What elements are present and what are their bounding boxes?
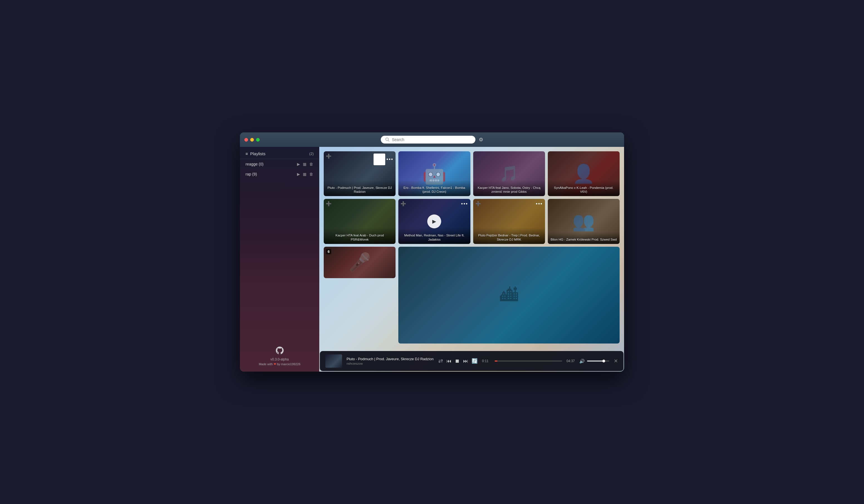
settings-button[interactable]: ⚙ <box>479 137 483 143</box>
np-prev-button[interactable]: ⏮ <box>446 358 452 364</box>
video-card-5[interactable]: ➕ Kacper HTA feat Arab - Duch prod PSR&W… <box>324 199 396 244</box>
main-view: ➕ ••• Pluto - Podmuch | Prod. Javeure, S… <box>319 147 624 372</box>
playlist-name-rap: rap (9) <box>245 172 295 176</box>
sidebar-footer: v0.3.0-alpha Made with ❤ by marcio199226 <box>240 341 319 372</box>
np-progress-container: 0:11 04:37 <box>482 359 575 363</box>
video-title-1: Pluto - Podmuch | Prod. Javeure, Skrecze… <box>326 186 393 194</box>
np-info: Pluto - Podmuch | Prod. Javeure, Skrecze… <box>347 357 434 366</box>
search-icon <box>385 137 390 142</box>
volume-icon: 🔊 <box>579 358 585 364</box>
np-stop-button[interactable]: ⏹ <box>455 358 460 364</box>
np-volume-knob <box>602 360 605 362</box>
video-menu-btn-6[interactable]: ••• <box>461 201 468 207</box>
video-card-10-art: 🏙 <box>398 247 620 344</box>
video-card-5-overlay: Kacper HTA feat Arab - Duch prod PSR&Wor… <box>324 228 396 244</box>
video-card-9-art: 🎤 <box>324 247 396 278</box>
close-button[interactable] <box>244 138 248 142</box>
video-thumb-preview-1 <box>374 153 385 165</box>
sidebar-playlists-title: ≡ Playlists <box>245 151 266 156</box>
video-title-4: SynAlkaPono x K-Leah - Pondemia (prod. V… <box>551 186 617 194</box>
np-progress-fill <box>495 360 497 361</box>
np-current-time: 0:11 <box>482 359 492 363</box>
video-card-4-overlay: SynAlkaPono x K-Leah - Pondemia (prod. V… <box>548 180 620 196</box>
video-title-3: Kacper HTA feat Jano, Sobota, Ostry - Ch… <box>476 186 542 194</box>
np-total-time: 04:37 <box>565 359 575 363</box>
playlist-list-icon: ≡ <box>245 151 248 156</box>
video-title-7: Pluto Pejdżer Bednar - Trep | Prod. Bedn… <box>476 233 542 242</box>
playlist-play-button-rap[interactable]: ▶ <box>297 171 301 177</box>
video-card-2-overlay: Ero - Bomba ft. Shellerini, Falcon1 - Bo… <box>398 180 470 196</box>
now-playing-bar: Pluto - Podmuch | Prod. Javeure, Skrecze… <box>320 351 624 371</box>
playlist-delete-button-rap[interactable]: 🗑 <box>309 171 314 177</box>
titlebar: ⚙ <box>240 132 624 147</box>
video-play-center-6[interactable]: ▶ <box>427 214 441 228</box>
video-card-3-overlay: Kacper HTA feat Jano, Sobota, Ostry - Ch… <box>473 180 545 196</box>
sidebar-playlists-header: ≡ Playlists (2) <box>240 147 319 159</box>
video-card-1-top-controls: ➕ ••• <box>326 153 393 165</box>
np-title: Pluto - Podmuch | Prod. Javeure, Skrecze… <box>347 357 434 361</box>
video-title-2: Ero - Bomba ft. Shellerini, Falcon1 - Bo… <box>401 186 467 194</box>
video-title-5: Kacper HTA feat Arab - Duch prod PSR&Wor… <box>326 233 393 242</box>
github-icon <box>276 347 284 356</box>
playlist-play-button-reagge[interactable]: ▶ <box>297 161 301 167</box>
np-thumb-inner <box>325 354 342 368</box>
video-add-to-playlist-btn-5[interactable]: ➕ <box>326 201 332 206</box>
video-menu-btn-1[interactable]: ••• <box>386 157 393 162</box>
search-input[interactable] <box>392 137 471 142</box>
video-card-1-overlay: Pluto - Podmuch | Prod. Javeure, Skrecze… <box>324 180 396 196</box>
playlist-actions-rap: ▶ ▦ 🗑 <box>297 171 314 177</box>
video-menu-btn-7[interactable]: ••• <box>536 201 543 207</box>
np-repeat-button[interactable]: 🔄 <box>471 358 478 364</box>
video-add-to-playlist-btn-7[interactable]: ➕ <box>476 201 481 206</box>
video-card-3[interactable]: 🎵 Kacper HTA feat Jano, Sobota, Ostry - … <box>473 151 545 196</box>
playlist-actions-reagge: ▶ ▦ 🗑 <box>297 161 314 167</box>
video-add-to-playlist-btn-1[interactable]: ➕ <box>326 153 332 159</box>
search-bar <box>381 136 476 144</box>
video-title-6: Method Man, Redman, Nas - Street Life ft… <box>401 233 467 242</box>
np-close-button[interactable]: ✕ <box>614 358 618 364</box>
video-card-4[interactable]: 👤 SynAlkaPono x K-Leah - Pondemia (prod.… <box>548 151 620 196</box>
maximize-button[interactable] <box>256 138 260 142</box>
np-shuffle-button[interactable] <box>438 358 443 364</box>
video-add-to-playlist-btn-6[interactable]: ➕ <box>400 201 406 206</box>
video-card-7-top-controls: ➕ ••• <box>476 201 543 207</box>
playlist-item-reagge[interactable]: reagge (0) ▶ ▦ 🗑 <box>240 159 319 169</box>
video-card-6[interactable]: ➕ ••• ▶ Method Man, Redman, Nas - Street… <box>398 199 470 244</box>
video-card-10[interactable]: 🏙 <box>398 247 620 344</box>
np-volume-fill <box>587 360 604 361</box>
video-card-1[interactable]: ➕ ••• Pluto - Podmuch | Prod. Javeure, S… <box>324 151 396 196</box>
playlists-label: Playlists <box>250 151 266 156</box>
np-thumbnail <box>325 354 342 368</box>
np-volume: 🔊 <box>579 358 609 364</box>
video-title-8: Bilon HG - Zamek Królewski Prod. Szwed S… <box>551 237 617 242</box>
playlist-folder-button-rap[interactable]: ▦ <box>302 171 307 177</box>
playlists-count: (2) <box>309 151 314 156</box>
np-progress-bar[interactable] <box>495 360 562 361</box>
video-grid: ➕ ••• Pluto - Podmuch | Prod. Javeure, S… <box>324 151 620 344</box>
playlist-delete-button-reagge[interactable]: 🗑 <box>309 161 314 167</box>
traffic-lights <box>244 138 260 142</box>
np-volume-track[interactable] <box>587 360 609 361</box>
video-card-7[interactable]: ➕ ••• Pluto Pejdżer Bednar - Trep | Prod… <box>473 199 545 244</box>
playlist-name-reagge: reagge (0) <box>245 162 295 166</box>
minimize-button[interactable] <box>250 138 254 142</box>
svg-line-1 <box>388 140 389 142</box>
video-card-8[interactable]: 👥 Bilon HG - Zamek Królewski Prod. Szwed… <box>548 199 620 244</box>
gear-icon: ⚙ <box>479 137 483 143</box>
app-window: ⚙ ≡ Playlists (2) reagge (0) ▶ ▦ 🗑 <box>240 132 624 372</box>
np-controls: ⏮ ⏹ ⏭ 🔄 <box>438 358 478 364</box>
np-channel: nshrzeszow <box>347 362 434 365</box>
video-card-2[interactable]: 🤖 Ero - Bomba ft. Shellerini, Falcon1 - … <box>398 151 470 196</box>
video-card-9[interactable]: 6 🎤 <box>324 247 396 278</box>
video-card-7-overlay: Pluto Pejdżer Bednar - Trep | Prod. Bedn… <box>473 228 545 244</box>
playlist-item-rap[interactable]: rap (9) ▶ ▦ 🗑 <box>240 169 319 179</box>
playlist-folder-button-reagge[interactable]: ▦ <box>302 161 307 167</box>
version-text: v0.3.0-alpha <box>270 357 289 361</box>
main-content: ≡ Playlists (2) reagge (0) ▶ ▦ 🗑 rap (9)… <box>240 147 624 372</box>
heart-icon: ❤ <box>274 362 276 366</box>
video-card-6-overlay: Method Man, Redman, Nas - Street Life ft… <box>398 228 470 244</box>
np-next-button[interactable]: ⏭ <box>463 358 468 364</box>
video-card-8-overlay: Bilon HG - Zamek Królewski Prod. Szwed S… <box>548 232 620 244</box>
made-with-text: Made with ❤ by marcio199226 <box>259 362 301 366</box>
video-card-6-top-controls: ➕ ••• <box>400 201 468 207</box>
